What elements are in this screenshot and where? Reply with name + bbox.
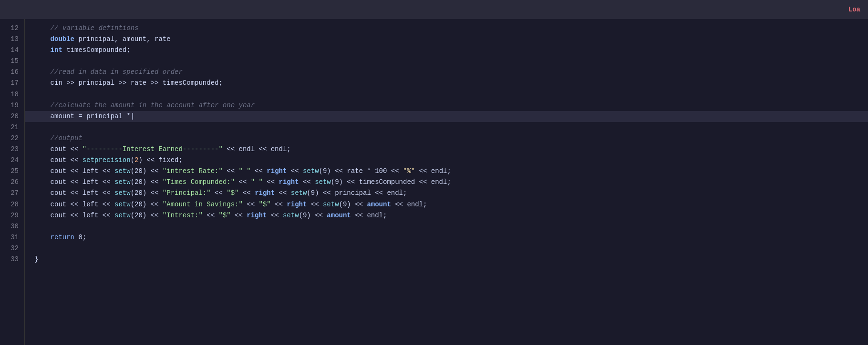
code-area: 12 13 14 15 16 17 18 19 20 21 22 23 24 2… — [0, 19, 868, 345]
line-numbers: 12 13 14 15 16 17 18 19 20 21 22 23 24 2… — [0, 19, 25, 345]
ln-19: 19 — [8, 100, 19, 111]
code-line-14: int timesCompounded; — [25, 45, 868, 56]
ln-24: 24 — [8, 155, 19, 166]
ln-14: 14 — [8, 45, 19, 56]
code-line-28: cout << left << setw(20) << "Amount in S… — [25, 199, 868, 210]
top-bar-label: Loa — [848, 6, 860, 13]
code-line-12: // variable defintions — [25, 23, 868, 34]
ln-17: 17 — [8, 78, 19, 89]
code-line-27: cout << left << setw(20) << "Principal:"… — [25, 188, 868, 199]
ln-23: 23 — [8, 144, 19, 155]
code-line-23: cout << "---------Interest Earned-------… — [25, 144, 868, 155]
ln-22: 22 — [8, 133, 19, 144]
ln-27: 27 — [8, 188, 19, 199]
top-bar: Loa — [0, 0, 868, 19]
ln-28: 28 — [8, 199, 19, 210]
ln-12: 12 — [8, 23, 19, 34]
code-line-20: amount = principal *| — [25, 111, 868, 122]
code-line-25: cout << left << setw(20) << "intrest Rat… — [25, 166, 868, 177]
code-line-32 — [25, 243, 868, 254]
code-line-19: //calcuate the amount in the account aft… — [25, 100, 868, 111]
ln-15: 15 — [8, 56, 19, 67]
ln-21: 21 — [8, 122, 19, 133]
ln-20: 20 — [8, 111, 19, 122]
code-line-26: cout << left << setw(20) << "Times Compu… — [25, 177, 868, 188]
comment-12: // variable defintions — [34, 24, 138, 32]
ln-29: 29 — [8, 210, 19, 221]
ln-16: 16 — [8, 67, 19, 78]
code-line-17: cin >> principal >> rate >> timesCompund… — [25, 78, 868, 89]
ln-33: 33 — [8, 254, 19, 265]
code-line-13: double principal, amount, rate — [25, 34, 868, 45]
code-line-21 — [25, 122, 868, 133]
code-line-18 — [25, 89, 868, 100]
code-line-22: //output — [25, 133, 868, 144]
code-line-15 — [25, 56, 868, 67]
ln-30: 30 — [8, 221, 19, 232]
code-line-16: //read in data in specified order — [25, 67, 868, 78]
code-line-31: return 0; — [25, 232, 868, 243]
code-editor: Loa 12 13 14 15 16 17 18 19 20 21 22 23 … — [0, 0, 868, 345]
code-line-29: cout << left << setw(20) << "Intrest:" <… — [25, 210, 868, 221]
ln-25: 25 — [8, 166, 19, 177]
code-line-33: } — [25, 254, 868, 265]
code-content[interactable]: // variable defintions double principal,… — [25, 19, 868, 345]
ln-26: 26 — [8, 177, 19, 188]
code-line-30 — [25, 221, 868, 232]
ln-18: 18 — [8, 89, 19, 100]
ln-13: 13 — [8, 34, 19, 45]
ln-31: 31 — [8, 232, 19, 243]
ln-32: 32 — [8, 243, 19, 254]
code-line-24: cout << setprecision(2) << fixed; — [25, 155, 868, 166]
